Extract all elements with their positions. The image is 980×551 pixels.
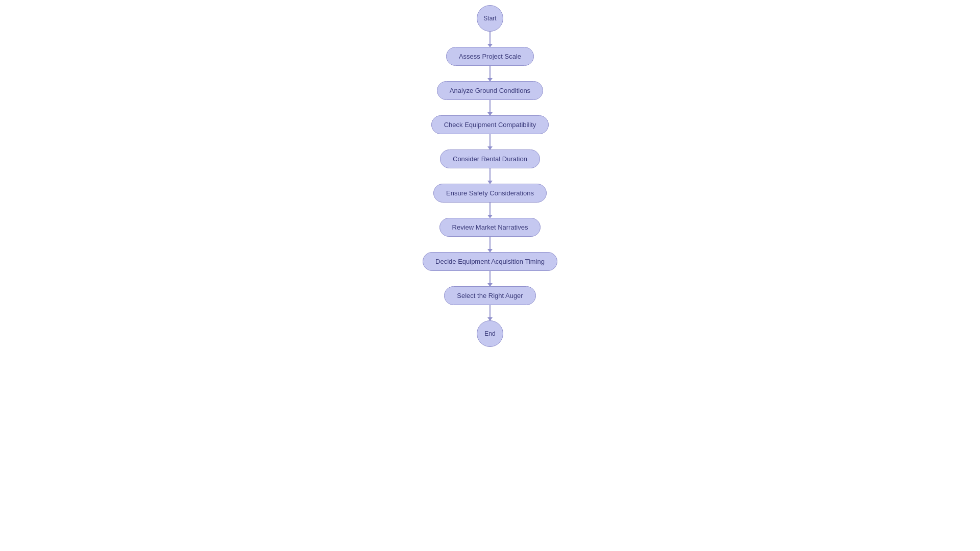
connector-3 <box>489 134 491 149</box>
diagram-container: Start Assess Project Scale Analyze Groun… <box>0 0 980 551</box>
node-end[interactable]: End <box>477 320 503 347</box>
node-ensure[interactable]: Ensure Safety Considerations <box>433 184 547 203</box>
connector-5 <box>489 203 491 218</box>
connector-8 <box>489 305 491 320</box>
connector-4 <box>489 168 491 184</box>
flow-wrapper: Start Assess Project Scale Analyze Groun… <box>423 5 557 347</box>
connector-7 <box>489 271 491 286</box>
node-select[interactable]: Select the Right Auger <box>444 286 535 305</box>
connector-2 <box>489 100 491 115</box>
node-start[interactable]: Start <box>477 5 503 32</box>
node-consider[interactable]: Consider Rental Duration <box>440 149 540 168</box>
connector-0 <box>489 32 491 47</box>
node-assess[interactable]: Assess Project Scale <box>446 47 534 66</box>
node-check[interactable]: Check Equipment Compatibility <box>431 115 549 134</box>
node-review[interactable]: Review Market Narratives <box>439 218 541 237</box>
node-decide[interactable]: Decide Equipment Acquisition Timing <box>423 252 557 271</box>
connector-1 <box>489 66 491 81</box>
node-analyze[interactable]: Analyze Ground Conditions <box>437 81 543 100</box>
connector-6 <box>489 237 491 252</box>
